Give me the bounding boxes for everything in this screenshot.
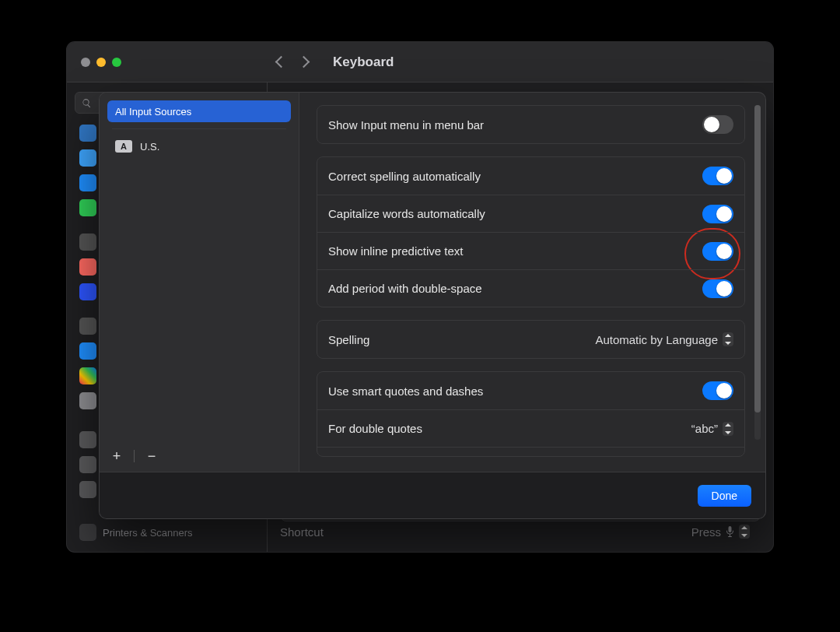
toggle-show-input-menu[interactable] <box>702 115 733 134</box>
row-capitalize-words: Capitalize words automatically <box>317 195 744 232</box>
sidebar-item-label: Printers & Scanners <box>103 527 193 539</box>
sidebar-icon <box>79 283 96 300</box>
divider <box>112 128 286 129</box>
row-double-space-period: Add period with double-space <box>317 269 744 307</box>
settings-group: Use smart quotes and dashes For double q… <box>317 371 745 457</box>
row-label: Spelling <box>328 333 369 346</box>
settings-group: Show Input menu in menu bar <box>317 105 745 144</box>
sidebar-icon <box>79 481 96 498</box>
done-button[interactable]: Done <box>698 485 751 507</box>
titlebar: Keyboard <box>67 42 773 83</box>
window-controls <box>67 58 268 67</box>
row-label: Show Input menu in menu bar <box>328 118 484 132</box>
input-sources-modal: All Input Sources A U.S. + − Show Input … <box>99 92 766 519</box>
sidebar-icon <box>79 431 96 448</box>
forward-icon[interactable] <box>298 56 310 68</box>
source-label: All Input Sources <box>115 106 191 118</box>
page-title: Keyboard <box>333 54 394 70</box>
sidebar-icon <box>79 258 96 276</box>
sidebar-icon <box>79 342 96 360</box>
sidebar-icon <box>79 392 96 409</box>
row-label: Use smart quotes and dashes <box>328 384 483 398</box>
toggle-correct-spelling[interactable] <box>702 167 733 185</box>
toggle-double-space-period[interactable] <box>702 279 733 298</box>
select-spelling[interactable]: Automatic by Language <box>595 332 733 346</box>
sidebar-icon <box>79 456 96 473</box>
row-label: Add period with double-space <box>328 282 482 295</box>
sidebar-icon <box>79 174 96 191</box>
sidebar-icon <box>79 149 96 167</box>
settings-group: Spelling Automatic by Language <box>317 320 745 359</box>
source-all[interactable]: All Input Sources <box>107 100 291 122</box>
input-sources-settings: Show Input menu in menu bar Correct spel… <box>299 93 765 472</box>
row-correct-spelling: Correct spelling automatically <box>317 157 744 195</box>
toggle-inline-predictive[interactable] <box>702 242 733 261</box>
nav-buttons: Keyboard <box>268 54 394 70</box>
divider <box>134 450 135 462</box>
minimize-icon[interactable] <box>96 58 106 67</box>
row-label: Show inline predictive text <box>328 244 463 258</box>
toggle-smart-quotes[interactable] <box>702 381 733 400</box>
row-show-input-menu: Show Input menu in menu bar <box>317 106 744 143</box>
source-item-us[interactable]: A U.S. <box>107 135 291 157</box>
shortcut-label: Shortcut <box>280 525 324 539</box>
sidebar-icon <box>79 318 96 335</box>
keyboard-layout-icon: A <box>115 140 132 153</box>
lock-icon <box>79 233 96 251</box>
sidebar-icon <box>79 125 96 142</box>
row-spelling: Spelling Automatic by Language <box>317 321 744 358</box>
source-add-remove: + − <box>107 447 161 465</box>
add-source-button[interactable]: + <box>107 447 126 465</box>
row-label: Capitalize words automatically <box>328 207 485 220</box>
scrollbar-thumb[interactable] <box>754 105 761 413</box>
microphone-icon <box>726 526 734 537</box>
maximize-icon[interactable] <box>112 58 121 67</box>
row-smart-quotes: Use smart quotes and dashes <box>317 372 744 409</box>
modal-footer: Done <box>100 472 765 518</box>
printer-icon <box>79 524 96 541</box>
input-sources-sidebar: All Input Sources A U.S. + − <box>100 93 299 472</box>
toggle-capitalize-words[interactable] <box>702 205 733 223</box>
settings-group: Correct spelling automatically Capitaliz… <box>317 156 745 307</box>
row-label: Correct spelling automatically <box>328 170 481 183</box>
source-label: U.S. <box>140 141 159 153</box>
row-label: For double quotes <box>328 422 422 435</box>
back-icon[interactable] <box>275 56 288 68</box>
select-double-quotes[interactable]: “abc” <box>691 422 733 436</box>
shortcut-value[interactable]: Press <box>691 525 750 539</box>
stepper-icon <box>739 525 750 539</box>
row-inline-predictive: Show inline predictive text <box>317 232 744 269</box>
sidebar-icon <box>79 367 96 384</box>
row-double-quotes: For double quotes “abc” <box>317 409 744 447</box>
stepper-icon <box>723 332 733 346</box>
close-icon[interactable] <box>81 58 90 67</box>
stepper-icon <box>723 422 733 436</box>
sidebar-icon <box>79 199 96 216</box>
search-icon <box>82 98 92 108</box>
row-cutoff <box>317 447 744 456</box>
sidebar-item-printers[interactable]: Printers & Scanners <box>73 521 261 544</box>
remove-source-button[interactable]: − <box>142 447 161 465</box>
